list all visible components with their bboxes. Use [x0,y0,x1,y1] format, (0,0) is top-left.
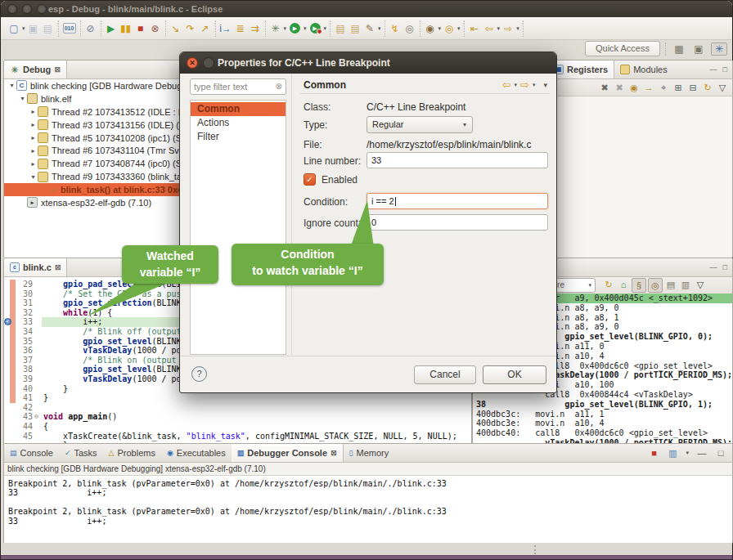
refresh-icon[interactable]: ↻ [602,278,615,293]
tree-expand-arrow[interactable]: ▾ [29,173,38,181]
minimize-icon[interactable]: — [710,263,717,271]
maximize-icon[interactable]: □ [723,263,727,271]
disconnect-icon[interactable]: ⊗ [148,21,163,36]
back-icon[interactable]: ⇦ [502,78,511,91]
maximize-icon[interactable]: □ [714,446,727,459]
code-line[interactable]: 42 [4,403,471,413]
tab-debug[interactable]: ✳ Debug [4,60,67,78]
cancel-button[interactable]: Cancel [414,365,476,384]
asm-line[interactable]: 400dbc3e: movi.n a10, 4 [476,419,732,428]
mark-occurrences-icon[interactable]: ↯ [388,21,402,36]
minimize-icon[interactable]: — [710,65,717,74]
resume-icon[interactable]: ▶ [104,21,119,36]
filter-input[interactable]: type filter text ⊗ [190,78,286,95]
instruction-stepping-icon[interactable]: i→ [218,21,233,36]
back-history-dropdown-icon[interactable] [497,25,501,32]
run-dropdown-icon[interactable] [304,25,307,32]
step-return-icon[interactable]: ↗ [198,21,213,36]
show-source-icon[interactable]: § [632,278,646,293]
skip-all-breakpoints-icon[interactable]: ⊘ [83,21,98,36]
back-history-icon[interactable]: ⇦ [482,21,497,36]
nav-item-common[interactable]: Common [191,102,286,116]
asm-line[interactable]: 400dbc3c: movi.n a11, 1 [476,410,732,419]
tab-blink-c[interactable]: c blink.c [4,258,67,276]
line-number-field[interactable]: 33 [366,152,548,168]
code-line[interactable]: 44{ [4,422,471,432]
view-menu-icon[interactable] [543,81,547,89]
terminate-icon[interactable]: ■ [133,21,148,36]
add-register-group-icon[interactable]: ◉ [627,81,641,94]
pin-editor-dropdown-icon[interactable] [438,25,442,32]
sash-handle[interactable] [534,545,536,554]
code-line[interactable]: 45 xTaskCreate(&blink_task, "blink_task"… [4,432,471,441]
code-line[interactable]: 43void app_main() [4,412,471,422]
link-with-editor-icon[interactable]: ◎ [442,21,456,36]
display-selected-console-icon[interactable]: ▥ [666,446,679,459]
fold-marker[interactable] [34,412,42,422]
asm-line[interactable]: 400dbc40: call8 0x400dc6c0 <gpio_set_lev… [476,428,732,438]
run-icon[interactable]: ▶ [290,23,300,34]
tab-modules[interactable]: Modules [614,60,673,78]
pin-view-icon[interactable]: ▥ [679,278,692,293]
tree-expand-arrow[interactable]: ▾ [7,82,16,89]
external-tools-dropdown-icon[interactable] [324,25,327,32]
tree-expand-arrow[interactable]: ▸ [29,121,38,128]
remove-all-icon[interactable]: ✖ [613,81,626,94]
tab-executables[interactable]: ◉Executables [161,444,232,462]
remove-icon[interactable]: ✖ [598,81,611,94]
minimize-icon[interactable]: — [695,446,708,459]
pin-icon[interactable]: ⌖ [657,81,670,94]
enabled-checkbox[interactable] [304,173,316,186]
nav-item-filter[interactable]: Filter [191,130,286,144]
suspend-icon[interactable]: ▮▮ [119,21,133,36]
tab-registers[interactable]: ▦ Registers [548,60,614,78]
tree-expand-arrow[interactable]: ▸ [29,108,38,115]
chevron-down-icon[interactable] [588,279,591,292]
clear-filter-icon[interactable]: ⊗ [276,79,282,94]
step-over-icon[interactable]: ↷ [183,21,198,36]
sync-selection-icon[interactable]: ◎ [648,278,663,293]
refresh-icon[interactable]: ↻ [701,81,714,94]
terminate-icon[interactable]: ■ [647,446,660,459]
debug-icon[interactable]: ✳ [268,21,283,36]
dialog-close-icon[interactable] [187,57,198,69]
tree-expand-arrow[interactable]: ▸ [29,160,38,168]
tab-debugger-console[interactable]: ▥Debugger Console [232,444,344,462]
save-icon[interactable]: ▣ [26,21,41,36]
new-wizard-icon[interactable]: ▢ [7,21,21,36]
new-file-icon[interactable]: ✎ [362,21,377,36]
new-wizard-dropdown-icon[interactable] [22,25,25,32]
forward-dropdown-icon[interactable] [533,82,536,88]
last-edit-location-icon[interactable]: ⇤ [467,21,482,36]
window-maximize-icon[interactable] [37,4,47,14]
pin-editor-icon[interactable]: ◉ [423,21,438,36]
forward-history-icon[interactable]: ⇨ [501,21,515,36]
debug-perspective-icon[interactable]: ✳ [711,43,727,56]
tree-expand-arrow[interactable]: ▸ [29,134,38,141]
close-icon[interactable] [331,449,337,457]
forward-icon[interactable]: ⇨ [520,78,529,91]
save-all-icon[interactable]: ▤ [41,21,56,36]
use-step-filters-icon[interactable]: ⇉ [248,21,263,36]
registers-body[interactable] [548,96,732,258]
binary-editor-icon[interactable]: 010 [63,23,76,34]
tab-problems[interactable]: △Problems [103,444,161,462]
window-minimize-icon[interactable] [22,4,32,14]
tab-memory[interactable]: ▯Memory [344,444,395,462]
ok-button[interactable]: OK [483,365,546,384]
back-dropdown-icon[interactable] [515,82,518,88]
expand-all-icon[interactable]: ⊞ [672,81,685,94]
type-select[interactable]: Regular [366,116,473,133]
link-with-editor-dropdown-icon[interactable] [457,25,461,32]
external-tools-icon[interactable]: ▶ [310,23,321,34]
nav-item-actions[interactable]: Actions [191,116,286,130]
debug-dropdown-icon[interactable] [284,25,287,32]
step-into-icon[interactable]: ↘ [169,21,183,36]
close-icon[interactable] [55,263,61,271]
open-new-view-icon[interactable]: ▤ [664,278,677,293]
resource-perspective-icon[interactable]: ▣ [691,43,706,55]
code-line[interactable]: 41} [4,393,471,403]
import-folder-icon[interactable]: ▤ [348,21,362,36]
view-menu-icon[interactable]: ▽ [694,278,707,293]
drop-to-frame-icon[interactable]: ≣ [233,21,248,36]
